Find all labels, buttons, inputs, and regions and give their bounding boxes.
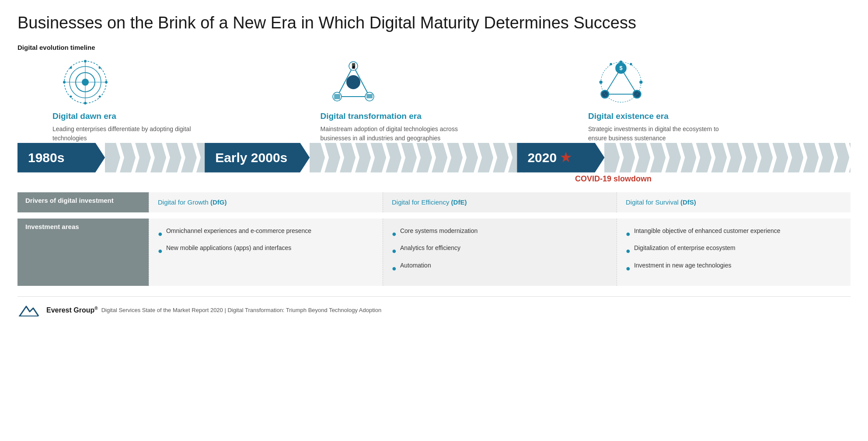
light-chevron <box>833 143 849 173</box>
svg-point-8 <box>70 66 72 69</box>
chevrons-1 <box>105 143 213 173</box>
bullet-item: ● Analytics for efficiency <box>392 243 608 258</box>
bullet-icon: ● <box>392 227 397 241</box>
bullet-text: New mobile applications (apps) and inter… <box>166 243 291 253</box>
light-chevron <box>818 143 834 173</box>
light-chevron <box>386 143 401 173</box>
svg-text:$: $ <box>619 65 622 71</box>
divider <box>17 212 851 219</box>
light-chevron <box>181 143 197 173</box>
driver-cell-dfe: Digital for Efficiency (DfE) <box>383 192 617 213</box>
footer-logo <box>17 302 39 318</box>
light-chevron <box>340 143 356 173</box>
svg-point-3 <box>82 79 89 86</box>
svg-point-10 <box>70 95 72 97</box>
light-chevron <box>401 143 417 173</box>
light-chevron <box>447 143 463 173</box>
everest-group-logo-icon <box>17 302 39 318</box>
svg-rect-24 <box>366 94 373 98</box>
dawn-era-icon <box>61 58 109 106</box>
timeline-section-label: Digital evolution timeline <box>17 44 851 51</box>
investment-cells: ● Omnichannel experiences and e-commerce… <box>149 219 851 286</box>
year-2020-label: 2020 <box>527 150 557 165</box>
driver-cell-dfg: Digital for Growth (DfG) <box>149 192 383 213</box>
covid-label: COVID-19 slowdown <box>376 174 851 184</box>
svg-point-38 <box>639 80 642 83</box>
bullet-text: Omnichannel experiences and e-commerce p… <box>166 226 311 236</box>
light-chevron <box>416 143 432 173</box>
light-chevron <box>650 143 666 173</box>
light-chevron <box>105 143 120 173</box>
svg-point-11 <box>99 95 101 97</box>
svg-point-41 <box>610 63 612 66</box>
bullet-item: ● Omnichannel experiences and e-commerce… <box>158 226 374 241</box>
bullet-item: ● Digitalization of enterprise ecosystem <box>626 243 842 258</box>
light-chevron <box>803 143 819 173</box>
investment-cell-2: ● Core systems modernization ● Analytics… <box>383 219 617 286</box>
svg-point-39 <box>600 80 603 83</box>
year-2000s-label: Early 2000s <box>215 150 287 165</box>
bullet-item: ● Automation <box>392 261 608 275</box>
chevrons-3 <box>604 143 851 173</box>
bottom-section: Drivers of digital investment Digital fo… <box>17 192 851 286</box>
svg-point-40 <box>630 63 632 66</box>
arrow-row: 1980s Early 2000s <box>17 143 851 173</box>
light-chevron <box>696 143 711 173</box>
light-chevron <box>634 143 650 173</box>
light-chevron <box>711 143 727 173</box>
light-chevron <box>150 143 166 173</box>
light-chevron <box>355 143 371 173</box>
light-chevron <box>135 143 151 173</box>
svg-text:📱: 📱 <box>350 63 356 69</box>
bullet-text: Analytics for efficiency <box>400 243 460 253</box>
drivers-header: Drivers of digital investment <box>17 192 149 213</box>
bullet-text: Core systems modernization <box>400 226 478 236</box>
bullet-icon: ● <box>392 261 397 275</box>
investment-cell-3: ● Intangible objective of enhanced custo… <box>617 219 851 286</box>
investment-cell-1: ● Omnichannel experiences and e-commerce… <box>149 219 383 286</box>
bullet-text: Automation <box>400 261 431 270</box>
investment-header: Investment areas <box>17 219 149 286</box>
bullet-item: ● Core systems modernization <box>392 226 608 241</box>
light-chevron <box>742 143 757 173</box>
year-2020-arrow: 2020 ★ <box>517 143 604 173</box>
dawn-era-desc: Leading enterprises differentiate by ado… <box>52 125 192 143</box>
light-chevron <box>493 143 509 173</box>
light-chevron <box>310 143 325 173</box>
timeline-bar: 1980s Early 2000s <box>17 143 851 184</box>
existence-era-icon: $ <box>597 58 645 106</box>
year-1980s-arrow: 1980s <box>17 143 105 173</box>
svg-point-9 <box>99 66 101 69</box>
footer: Everest Group® Digital Services State of… <box>17 296 851 318</box>
era-icons-row: Digital dawn era Leading enterprises dif… <box>17 58 851 143</box>
light-chevron <box>619 143 635 173</box>
bullet-icon: ● <box>626 261 631 275</box>
light-chevron <box>604 143 620 173</box>
driver-cell-dfs: Digital for Survival (DfS) <box>617 192 851 213</box>
bullet-item: ● Investment in new age technologies <box>626 261 842 275</box>
year-1980s-label: 1980s <box>28 150 64 165</box>
light-chevron <box>370 143 386 173</box>
bullet-item: ● Intangible objective of enhanced custo… <box>626 226 842 241</box>
light-chevron <box>120 143 136 173</box>
light-chevron <box>726 143 742 173</box>
bullet-text: Digitalization of enterprise ecosystem <box>634 243 736 253</box>
main-title: Businesses on the Brink of a New Era in … <box>17 13 851 33</box>
bullet-item: ● New mobile applications (apps) and int… <box>158 243 374 258</box>
era-block-existence: $ Digital existence era Strategic invest… <box>588 58 816 143</box>
bullet-icon: ● <box>626 244 631 258</box>
drivers-cells: Digital for Growth (DfG) Digital for Eff… <box>149 192 851 213</box>
light-chevron <box>462 143 478 173</box>
light-chevron <box>166 143 181 173</box>
light-chevron <box>757 143 773 173</box>
year-2000s-arrow: Early 2000s <box>205 143 310 173</box>
transformation-era-desc: Mainstream adoption of digital technolog… <box>321 125 460 143</box>
bullet-icon: ● <box>392 244 397 258</box>
existence-era-title: Digital existence era <box>588 111 669 121</box>
bullet-text: Investment in new age technologies <box>634 261 732 270</box>
bullet-icon: ● <box>158 227 163 241</box>
investment-row: Investment areas ● Omnichannel experienc… <box>17 219 851 286</box>
transformation-era-icon: 📱 <box>329 58 377 106</box>
chevrons-2 <box>310 143 525 173</box>
era-block-transformation: 📱 Digital transformation era Mainstream … <box>321 58 548 143</box>
